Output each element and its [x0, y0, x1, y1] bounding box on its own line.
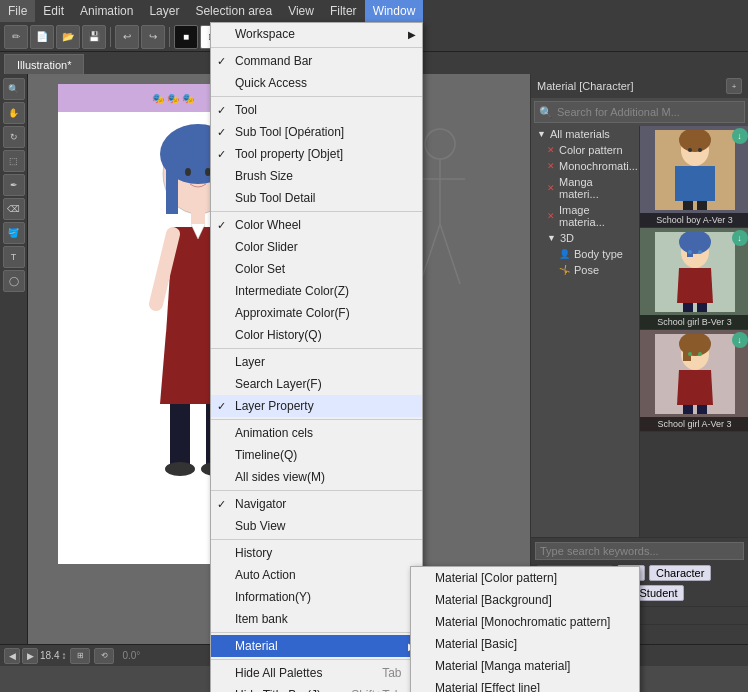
lt-zoom[interactable]: 🔍 — [3, 78, 25, 100]
sep — [211, 632, 422, 633]
menu-layer[interactable]: Layer — [141, 0, 187, 22]
menu-animation[interactable]: Animation — [72, 0, 141, 22]
lt-move[interactable]: ✋ — [3, 102, 25, 124]
menu-all-sides-view[interactable]: All sides view(M) — [211, 466, 422, 488]
menu-navigator[interactable]: Navigator — [211, 493, 422, 515]
menu-search-layer[interactable]: Search Layer(F) — [211, 373, 422, 395]
menu-timeline[interactable]: Timeline(Q) — [211, 444, 422, 466]
zoom-out-btn[interactable]: ◀ — [4, 648, 20, 664]
menu-information[interactable]: Information(Y) — [211, 586, 422, 608]
tool-color[interactable]: ■ — [174, 25, 198, 49]
submenu-background[interactable]: Material [Background] — [411, 589, 639, 611]
menu-hide-title-label: Hide Title Bar(J) — [235, 688, 321, 692]
tag-student[interactable]: Student — [633, 585, 685, 601]
keywords-input[interactable]: Type search keywords... — [535, 542, 744, 560]
arrow-icon: ▼ — [537, 129, 546, 139]
lt-text[interactable]: T — [3, 246, 25, 268]
thumb-3[interactable]: School girl A-Ver 3 ↓ — [640, 330, 749, 432]
menu-color-slider[interactable]: Color Slider — [211, 236, 422, 258]
tree-icon: ✕ — [547, 145, 555, 155]
tree-all-materials[interactable]: ▼ All materials — [531, 126, 639, 142]
menu-sub-view[interactable]: Sub View — [211, 515, 422, 537]
tree-icon: ✕ — [547, 183, 555, 193]
tree-image[interactable]: ✕ Image materia... — [531, 202, 639, 230]
lt-pen[interactable]: ✒ — [3, 174, 25, 196]
menu-intermediate-color[interactable]: Intermediate Color(Z) — [211, 280, 422, 302]
menu-item-bank[interactable]: Item bank — [211, 608, 422, 630]
tree-manga[interactable]: ✕ Manga materi... — [531, 174, 639, 202]
rotate-btn[interactable]: ⟲ — [94, 648, 114, 664]
tool-save[interactable]: 💾 — [82, 25, 106, 49]
menu-file[interactable]: File — [0, 0, 35, 22]
menu-material[interactable]: Material — [211, 635, 422, 657]
menu-workspace[interactable]: Workspace — [211, 23, 422, 45]
menu-layer[interactable]: Layer — [211, 351, 422, 373]
zoom-in-btn[interactable]: ▶ — [22, 648, 38, 664]
submenu-mono[interactable]: Material [Monochromatic pattern] — [411, 611, 639, 633]
tool-pen[interactable]: ✏ — [4, 25, 28, 49]
menu-sub-tool-detail[interactable]: Sub Tool Detail — [211, 187, 422, 209]
tree-body-type[interactable]: 👤 Body type — [531, 246, 639, 262]
menu-history[interactable]: History — [211, 542, 422, 564]
svg-point-40 — [698, 352, 702, 356]
menu-color-wheel[interactable]: Color Wheel — [211, 214, 422, 236]
tree-mono[interactable]: ✕ Monochromati... — [531, 158, 639, 174]
submenu-effect-line[interactable]: Material [Effect line] — [411, 677, 639, 692]
menu-layer-property[interactable]: Layer Property — [211, 395, 422, 417]
thumb-3-download[interactable]: ↓ — [732, 332, 748, 348]
menu-approx-color[interactable]: Approximate Color(F) — [211, 302, 422, 324]
menu-hide-title-bar[interactable]: Hide Title Bar(J) Shift+Tab — [211, 684, 422, 692]
menu-tool[interactable]: Tool — [211, 99, 422, 121]
menu-edit[interactable]: Edit — [35, 0, 72, 22]
submenu-manga[interactable]: Material [Manga material] — [411, 655, 639, 677]
tool-open[interactable]: 📂 — [56, 25, 80, 49]
tree-label: Monochromati... — [559, 160, 638, 172]
tree-pose[interactable]: 🤸 Pose — [531, 262, 639, 278]
svg-rect-30 — [697, 303, 707, 312]
sep — [211, 47, 422, 48]
menu-color-set[interactable]: Color Set — [211, 258, 422, 280]
thumb-3-label: School girl A-Ver 3 — [640, 417, 749, 431]
fit-btn[interactable]: ⊞ — [70, 648, 90, 664]
menu-tool-property[interactable]: Tool property [Objet] — [211, 143, 422, 165]
lt-shape[interactable]: ◯ — [3, 270, 25, 292]
lt-eraser[interactable]: ⌫ — [3, 198, 25, 220]
panel-add-btn[interactable]: + — [726, 78, 742, 94]
menu-window[interactable]: Window — [365, 0, 424, 22]
menu-hide-all-palettes[interactable]: Hide All Palettes Tab — [211, 662, 422, 684]
menu-animation-cels[interactable]: Animation cels — [211, 422, 422, 444]
menu-selection[interactable]: Selection area — [187, 0, 280, 22]
menu-quick-access[interactable]: Quick Access — [211, 72, 422, 94]
lt-fill[interactable]: 🪣 — [3, 222, 25, 244]
tab-illustration[interactable]: Illustration* — [4, 54, 84, 74]
menu-hide-all-shortcut: Tab — [382, 666, 401, 680]
sep — [211, 211, 422, 212]
submenu-basic[interactable]: Material [Basic] — [411, 633, 639, 655]
menu-color-history[interactable]: Color History(Q) — [211, 324, 422, 346]
thumb-1-download[interactable]: ↓ — [732, 128, 748, 144]
search-icon: 🔍 — [539, 106, 553, 119]
lt-select[interactable]: ⬚ — [3, 150, 25, 172]
menu-filter[interactable]: Filter — [322, 0, 365, 22]
svg-rect-20 — [683, 201, 693, 210]
thumb-1[interactable]: School boy A-Ver 3 ↓ — [640, 126, 749, 228]
tool-redo[interactable]: ↪ — [141, 25, 165, 49]
thumb-2-download[interactable]: ↓ — [732, 230, 748, 246]
tree-3d[interactable]: ▼ 3D — [531, 230, 639, 246]
menu-auto-action[interactable]: Auto Action — [211, 564, 422, 586]
menu-command-bar[interactable]: Command Bar — [211, 50, 422, 72]
tool-undo[interactable]: ↩ — [115, 25, 139, 49]
menu-view[interactable]: View — [280, 0, 322, 22]
sep — [211, 490, 422, 491]
menu-brush-size[interactable]: Brush Size — [211, 165, 422, 187]
tree-color-pattern[interactable]: ✕ Color pattern — [531, 142, 639, 158]
submenu-color-pattern[interactable]: Material [Color pattern] — [411, 567, 639, 589]
tag-character[interactable]: Character — [649, 565, 711, 581]
tool-new[interactable]: 📄 — [30, 25, 54, 49]
lt-rotate[interactable]: ↻ — [3, 126, 25, 148]
search-bar[interactable]: 🔍 Search for Additional M... — [534, 101, 745, 123]
menu-sub-tool[interactable]: Sub Tool [Opération] — [211, 121, 422, 143]
thumb-2[interactable]: School girl B-Ver 3 ↓ — [640, 228, 749, 330]
svg-point-24 — [698, 148, 702, 152]
svg-line-16 — [440, 224, 460, 284]
